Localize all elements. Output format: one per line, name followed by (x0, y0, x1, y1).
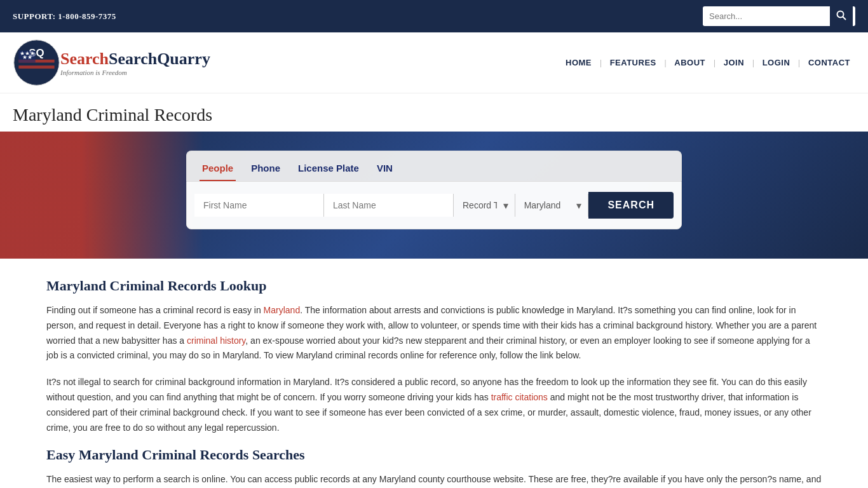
logo-tagline: Information is Freedom (60, 69, 210, 76)
logo-brand: SearchSearchQuarry (60, 50, 210, 69)
main-nav: HOME | FEATURES | ABOUT | JOIN | LOGIN |… (560, 55, 855, 71)
section1-paragraph1: Finding out if someone has a criminal re… (46, 303, 822, 363)
first-name-input[interactable] (194, 194, 324, 217)
nav-divider-1: | (600, 58, 602, 68)
top-search-bar[interactable] (703, 6, 855, 26)
section2-title: Easy Maryland Criminal Records Searches (46, 447, 822, 463)
all-states-select[interactable]: All States Alabama Alaska Arizona Maryla… (515, 194, 588, 217)
maryland-link1[interactable]: Maryland (264, 305, 301, 315)
section1-title: Maryland Criminal Records Lookup (46, 278, 822, 294)
page-title-area: Maryland Criminal Records (0, 93, 868, 132)
criminal-history-link[interactable]: criminal history (187, 336, 245, 346)
nav-home[interactable]: HOME (560, 55, 597, 71)
tab-people[interactable]: People (200, 159, 236, 181)
record-type-select[interactable]: Record Type Criminal Arrest Conviction (454, 194, 515, 217)
page-title: Maryland Criminal Records (13, 105, 855, 125)
logo-icon: SQ ★★ ★★★ (13, 39, 60, 86)
all-states-wrapper[interactable]: All States Alabama Alaska Arizona Maryla… (515, 194, 589, 217)
logo-text: SearchSearchQuarry Information is Freedo… (60, 50, 210, 76)
search-tabs: People Phone License Plate VIN (186, 151, 682, 181)
section1-paragraph2: It?s not illegal to search for criminal … (46, 375, 822, 435)
tab-phone[interactable]: Phone (248, 159, 283, 181)
support-phone: SUPPORT: 1-800-859-7375 (13, 11, 116, 22)
logo-area: SQ ★★ ★★★ SearchSearchQuarry Information… (13, 39, 210, 86)
svg-text:★★★: ★★★ (20, 50, 35, 57)
banner-flag-bg (0, 132, 203, 259)
tab-license-plate[interactable]: License Plate (295, 159, 362, 181)
last-name-input[interactable] (324, 194, 454, 217)
nav-divider-3: | (714, 58, 715, 68)
tab-vin[interactable]: VIN (374, 159, 395, 181)
nav-divider-4: | (752, 58, 754, 68)
record-type-wrapper[interactable]: Record Type Criminal Arrest Conviction (454, 194, 515, 217)
nav-bar: SQ ★★ ★★★ SearchSearchQuarry Information… (0, 32, 868, 93)
nav-divider-2: | (665, 58, 667, 68)
nav-login[interactable]: LOGIN (757, 55, 796, 71)
search-form: Record Type Criminal Arrest Conviction A… (186, 181, 682, 229)
top-bar: SUPPORT: 1-800-859-7375 (0, 0, 868, 32)
traffic-citations-link[interactable]: traffic citations (491, 392, 548, 402)
content-area: Maryland Criminal Records Lookup Finding… (34, 259, 834, 488)
search-button[interactable]: SEARCH (588, 192, 674, 219)
svg-rect-5 (18, 65, 54, 69)
section2-paragraph1: The easiest way to perform a search is o… (46, 472, 822, 488)
nav-divider-5: | (798, 58, 800, 68)
nav-contact[interactable]: CONTACT (803, 55, 855, 71)
nav-about[interactable]: ABOUT (669, 55, 710, 71)
top-search-input[interactable] (703, 8, 830, 25)
nav-features[interactable]: FEATURES (605, 55, 661, 71)
top-search-button[interactable] (830, 6, 853, 26)
nav-join[interactable]: JOIN (719, 55, 749, 71)
banner: People Phone License Plate VIN Record Ty… (0, 132, 868, 259)
svg-line-1 (843, 17, 846, 20)
search-widget: People Phone License Plate VIN Record Ty… (186, 151, 682, 229)
